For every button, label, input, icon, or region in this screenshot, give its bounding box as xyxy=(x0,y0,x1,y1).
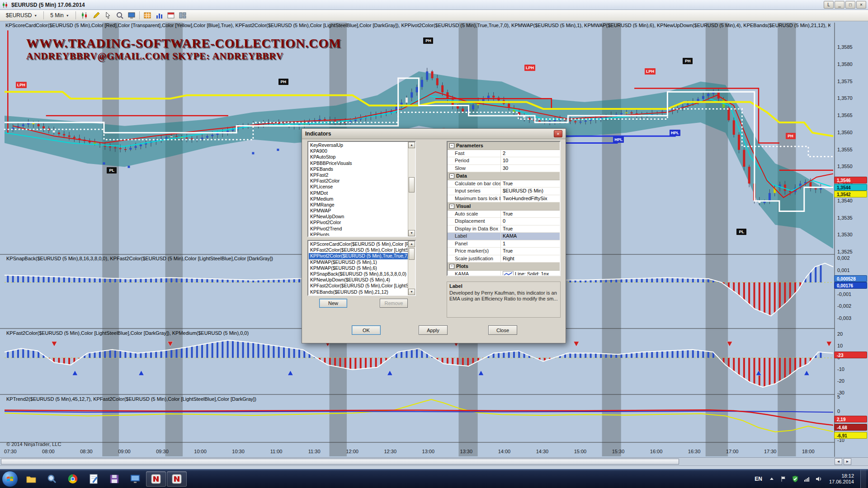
available-indicator-item[interactable]: KPLicense xyxy=(309,184,408,190)
zoom-icon[interactable] xyxy=(114,11,126,20)
search-app-icon[interactable] xyxy=(42,471,62,487)
scroll-down-button[interactable]: ▼ xyxy=(408,289,415,295)
available-indicator-item[interactable]: KPMedium xyxy=(309,196,408,202)
scroll-up-button[interactable]: ▲ xyxy=(408,241,415,247)
property-value[interactable]: True xyxy=(501,211,560,218)
property-value[interactable]: True xyxy=(501,225,560,233)
property-value[interactable]: KAMA xyxy=(501,233,560,240)
taskbar-clock[interactable]: 18:12 17.06.2014 xyxy=(829,473,854,485)
available-indicator-item[interactable]: KPPivot2Trend xyxy=(309,226,408,232)
available-indicator-item[interactable]: KPA900 xyxy=(309,148,408,154)
available-indicator-item[interactable]: KPPivots xyxy=(309,232,408,236)
property-value[interactable]: 1 xyxy=(501,240,560,248)
drawing-pencil-icon[interactable] xyxy=(90,11,102,20)
apply-button[interactable]: Apply xyxy=(419,325,448,335)
property-value[interactable]: 0 xyxy=(501,218,560,225)
available-indicator-item[interactable]: KPPivot2Color xyxy=(309,220,408,225)
available-indicator-item[interactable]: KPBBBPriceVisuals xyxy=(309,160,408,166)
scrollbar-thumb[interactable] xyxy=(1,459,679,465)
configured-indicators-list[interactable]: KPScoreCardColor($EURUSD (5 Min),Color [… xyxy=(307,240,416,296)
show-desktop-button[interactable] xyxy=(860,469,866,488)
property-value[interactable]: 10 xyxy=(501,157,560,164)
layout-button[interactable]: L xyxy=(824,1,834,9)
calendar-icon[interactable] xyxy=(165,11,177,20)
bar-chart-icon[interactable] xyxy=(153,11,165,20)
collapse-icon[interactable]: − xyxy=(449,143,454,148)
maximize-button[interactable]: □ xyxy=(845,1,855,9)
collapse-icon[interactable]: − xyxy=(449,204,454,209)
configured-indicator-item[interactable]: KPFast2Color($EURUSD (5 Min),Color [Ligh… xyxy=(309,247,408,253)
data-table-icon[interactable] xyxy=(142,11,153,20)
property-value[interactable]: TwoHundredFiftySix xyxy=(501,195,560,202)
property-section-header[interactable]: −Data xyxy=(448,172,560,180)
available-indicator-item[interactable]: KPAutoStop xyxy=(309,154,408,160)
collapse-icon[interactable]: − xyxy=(449,264,454,269)
volume-icon[interactable] xyxy=(815,475,823,483)
scrollbar-thumb[interactable] xyxy=(409,248,415,260)
save-tool-icon[interactable] xyxy=(104,471,124,487)
layout-icon[interactable] xyxy=(177,11,189,20)
remote-screen-icon[interactable] xyxy=(125,471,145,487)
property-value[interactable]: $EURUSD (5 Min) xyxy=(501,188,560,195)
property-value[interactable]: Line; Solid; 1px xyxy=(501,271,560,277)
remove-button[interactable]: Remove xyxy=(380,299,408,308)
explorer-folder-icon[interactable] xyxy=(21,471,41,487)
available-indicator-item[interactable]: KPEBands xyxy=(309,166,408,172)
available-indicator-item[interactable]: KPMRange xyxy=(309,202,408,208)
configured-indicator-item[interactable]: KPMWAP($EURUSD (5 Min),6) xyxy=(309,265,408,271)
instrument-dropdown[interactable]: $EURUSD ▼ xyxy=(2,11,41,20)
horizontal-scrollbar[interactable]: ◄ ► xyxy=(0,457,868,466)
configured-indicator-item[interactable]: KPPivot2Color($EURUSD (5 Min),True,True,… xyxy=(309,253,408,259)
scrollbar-thumb[interactable] xyxy=(409,177,415,192)
available-indicator-item[interactable]: KPFast2Color xyxy=(309,178,408,184)
configured-indicator-item[interactable]: KPScoreCardColor($EURUSD (5 Min),Color [… xyxy=(309,241,408,247)
scroll-down-button[interactable]: ▼ xyxy=(408,230,415,236)
list-scrollbar[interactable]: ▲ ▼ xyxy=(408,142,415,236)
scroll-left-button[interactable]: ◄ xyxy=(835,458,842,465)
start-button[interactable] xyxy=(2,471,18,487)
property-section-header[interactable]: −Parameters xyxy=(448,142,560,150)
available-indicator-item[interactable]: KPMWAP xyxy=(309,208,408,214)
candlestick-style-icon[interactable] xyxy=(79,11,90,20)
language-indicator[interactable]: EN xyxy=(753,475,764,483)
list-scrollbar[interactable]: ▲ ▼ xyxy=(408,241,415,295)
close-button[interactable]: Close xyxy=(488,325,517,335)
dialog-titlebar[interactable]: Indicators × xyxy=(302,129,566,139)
action-center-flag-icon[interactable] xyxy=(779,475,788,483)
dialog-close-button[interactable]: × xyxy=(554,130,562,137)
monitor-icon[interactable] xyxy=(126,11,137,20)
available-indicator-item[interactable]: KPFast2 xyxy=(309,172,408,178)
property-value[interactable]: 30 xyxy=(501,165,560,172)
new-button[interactable]: New xyxy=(319,299,347,308)
property-value[interactable]: 2 xyxy=(501,150,560,157)
security-shield-icon[interactable] xyxy=(791,475,799,483)
notepad-icon[interactable] xyxy=(84,471,104,487)
available-indicator-item[interactable]: KPNewUpDown xyxy=(309,214,408,220)
ok-button[interactable]: OK xyxy=(352,325,381,335)
ninjatrader-icon-6[interactable] xyxy=(146,471,166,487)
configured-indicator-item[interactable]: KPNewUpDown($EURUSD (5 Min),4) xyxy=(309,277,408,283)
scroll-up-button[interactable]: ▲ xyxy=(408,142,415,148)
interval-dropdown[interactable]: 5 Min ▼ xyxy=(47,11,72,20)
ninjatrader-icon-7[interactable] xyxy=(167,471,187,487)
configured-indicator-item[interactable]: KPEBands($EURUSD (5 Min),21,12) xyxy=(309,289,408,295)
available-indicators-list[interactable]: KeyReversalUpKPA900KPAutoStopKPBBBPriceV… xyxy=(307,141,416,237)
scroll-right-button[interactable]: ► xyxy=(844,458,851,465)
chrome-icon[interactable] xyxy=(63,471,83,487)
property-grid[interactable]: −ParametersFast2Period10Slow30−DataCalcu… xyxy=(447,141,561,276)
tray-expand-icon[interactable] xyxy=(768,475,776,483)
property-value[interactable]: True xyxy=(501,248,560,255)
available-indicator-item[interactable]: KPMDot xyxy=(309,190,408,196)
configured-indicator-item[interactable]: KPMWAP($EURUSD (5 Min),1) xyxy=(309,259,408,265)
network-icon[interactable] xyxy=(803,475,811,483)
minimize-button[interactable]: _ xyxy=(835,1,844,9)
pointer-tool-icon[interactable] xyxy=(102,11,114,20)
property-value[interactable]: True xyxy=(501,180,560,188)
available-indicator-item[interactable]: KeyReversalUp xyxy=(309,142,408,148)
property-value[interactable]: Right xyxy=(501,255,560,263)
collapse-icon[interactable]: − xyxy=(449,174,454,178)
configured-indicator-item[interactable]: KPSnapBack($EURUSD (5 Min),8,16,3,8,0,0) xyxy=(309,271,408,277)
close-button[interactable]: × xyxy=(856,1,866,9)
property-section-header[interactable]: −Visual xyxy=(448,202,560,211)
property-section-header[interactable]: −Plots xyxy=(448,263,560,271)
